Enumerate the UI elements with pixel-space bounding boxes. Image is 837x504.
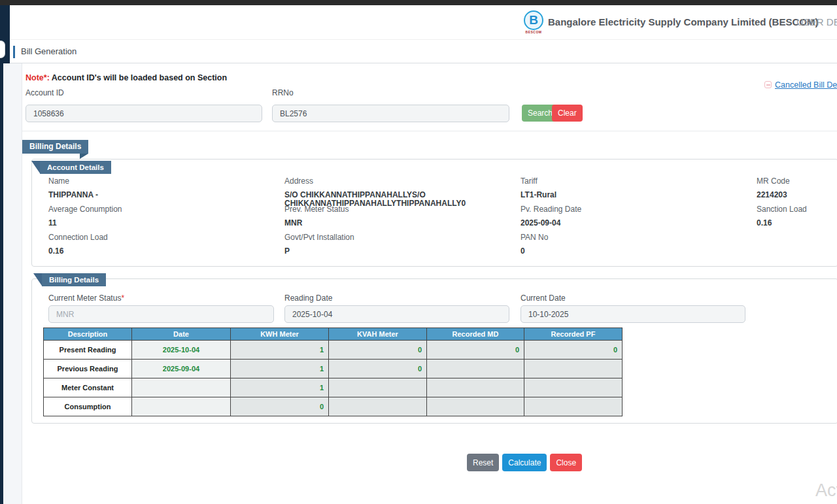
bescom-logo-caption: BESCOM (522, 30, 545, 34)
cell-description: Consumption (44, 397, 132, 416)
field-address: Address S/O CHIKKANNATHIPPANAHALLYS/O CH… (284, 176, 521, 204)
field-value: 0 (521, 247, 738, 256)
account-details-grid: Name THIPPANNA - Average Conumption 11 C… (48, 176, 837, 260)
field-value: 0.16 (48, 247, 266, 256)
cancelled-bill-icon (764, 81, 772, 88)
field-govt-pvt-installation: Govt/Pvt Installation P (284, 232, 521, 260)
cell-date (132, 378, 231, 397)
field-label: MR Code (757, 176, 837, 186)
col-recorded-pf: Recorded PF (524, 328, 623, 341)
field-tariff: Tariff LT1-Rural (521, 176, 757, 204)
user-details-menu[interactable]: USER DET (796, 16, 837, 27)
field-value: 0.16 (757, 219, 837, 227)
page-title-row: Bill Generation (10, 39, 837, 63)
required-asterisk: * (121, 294, 124, 303)
account-id-input[interactable] (26, 105, 262, 122)
field-value: 11 (48, 219, 266, 227)
current-date-input[interactable] (521, 305, 745, 323)
field-label: Name (48, 176, 266, 186)
col-recorded-md: Recorded MD (427, 328, 524, 341)
meter-readings-table: Description Date KWH Meter KVAH Meter Re… (43, 328, 623, 416)
cell-md[interactable]: 0 (427, 341, 524, 360)
content-panel: Note*: Account ID's will be loaded based… (22, 63, 837, 504)
table-header-row: Description Date KWH Meter KVAH Meter Re… (44, 328, 623, 341)
billing-details-section-tab: Billing Details (22, 140, 88, 154)
field-value: P (284, 247, 502, 256)
note-prefix: Note*: (26, 73, 50, 82)
reading-date-label: Reading Date (284, 294, 332, 303)
field-label: Tariff (521, 176, 738, 186)
browser-top-bar (0, 0, 837, 5)
current-meter-status-label: Current Meter Status* (48, 294, 124, 303)
bescom-logo-mark: B (524, 10, 543, 30)
cell-md (427, 397, 524, 416)
note-text: Note*: Account ID's will be loaded based… (26, 73, 227, 82)
field-label: Address (284, 176, 502, 186)
cell-md (427, 378, 524, 397)
note-body: Account ID's will be loaded based on Sec… (50, 73, 227, 82)
field-label: Govt/Pvt Installation (284, 232, 502, 243)
account-col-4: MR Code 2214203 Sanction Load 0.16 (757, 176, 837, 260)
table-row: Meter Constant 1 (44, 378, 623, 397)
cell-description: Meter Constant (44, 378, 132, 397)
cell-kvah[interactable]: 0 (329, 341, 427, 360)
field-name: Name THIPPANNA - (48, 176, 284, 204)
cell-md (427, 360, 524, 378)
field-label: Pv. Reading Date (521, 204, 738, 214)
field-label: Connection Load (48, 232, 266, 243)
field-mr-code: MR Code 2214203 (757, 176, 837, 204)
account-col-1: Name THIPPANNA - Average Conumption 11 C… (48, 176, 284, 260)
close-button[interactable]: Close (550, 454, 582, 471)
col-date: Date (132, 328, 231, 341)
current-date-label: Current Date (521, 294, 566, 303)
cell-date: 2025-10-04 (132, 341, 231, 360)
calculate-button[interactable]: Calculate (502, 454, 547, 471)
clear-button[interactable]: Clear (552, 105, 583, 122)
field-label: Sanction Load (757, 204, 837, 214)
col-kvah-meter: KVAH Meter (329, 328, 427, 341)
account-details-tab: Account Details (40, 161, 111, 174)
account-col-3: Tariff LT1-Rural Pv. Reading Date 2025-0… (521, 176, 757, 260)
billing-details-tab: Billing Details (42, 273, 106, 286)
field-sanction-load: Sanction Load 0.16 (757, 204, 837, 232)
field-average-consumption: Average Conumption 11 (48, 204, 284, 232)
cell-description: Previous Reading (44, 360, 132, 378)
cell-pf (524, 378, 623, 397)
field-value: 2025-09-04 (521, 219, 738, 227)
cell-kvah: 0 (329, 360, 427, 378)
section-divider (22, 131, 837, 131)
cell-kwh: 0 (231, 397, 329, 416)
cancelled-bill-details-link[interactable]: Cancelled Bill Deta (775, 80, 837, 90)
cell-kwh[interactable]: 1 (231, 341, 329, 360)
field-connection-load: Connection Load 0.16 (48, 232, 284, 260)
cell-description: Present Reading (44, 341, 132, 360)
field-prev-meter-status: Prev. Meter Status MNR (284, 204, 521, 232)
reset-button[interactable]: Reset (467, 454, 499, 471)
main-area: Note*: Account ID's will be loaded based… (3, 63, 837, 504)
account-id-label: Account ID (26, 88, 64, 97)
bescom-logo: B BESCOM (522, 8, 545, 37)
rrno-input[interactable] (272, 105, 509, 122)
sidebar-toggle-handle[interactable] (0, 41, 5, 58)
current-meter-status-input[interactable] (48, 305, 274, 323)
page-title: Bill Generation (21, 46, 77, 56)
table-row: Previous Reading 2025-09-04 1 0 (44, 360, 623, 378)
label-text: Current Meter Status (48, 294, 121, 303)
rrno-label: RRNo (272, 88, 294, 97)
col-kwh-meter: KWH Meter (231, 328, 329, 341)
page-title-accent (13, 46, 15, 58)
reading-date-input[interactable] (284, 305, 509, 323)
activate-windows-watermark: Act (815, 480, 837, 501)
field-value: 2214203 (757, 191, 837, 199)
field-label: PAN No (521, 232, 738, 243)
table-row: Present Reading 2025-10-04 1 0 0 0 (44, 341, 623, 360)
account-col-2: Address S/O CHIKKANNATHIPPANAHALLYS/O CH… (284, 176, 521, 260)
cell-pf[interactable]: 0 (524, 341, 623, 360)
cell-pf (524, 360, 623, 378)
cell-kvah (329, 378, 427, 397)
company-title: Bangalore Electricity Supply Company Lim… (548, 16, 818, 27)
cell-kvah (329, 397, 427, 416)
field-value: MNR (284, 219, 502, 227)
field-pan-no: PAN No 0 (521, 232, 757, 260)
cell-kwh: 1 (231, 378, 329, 397)
